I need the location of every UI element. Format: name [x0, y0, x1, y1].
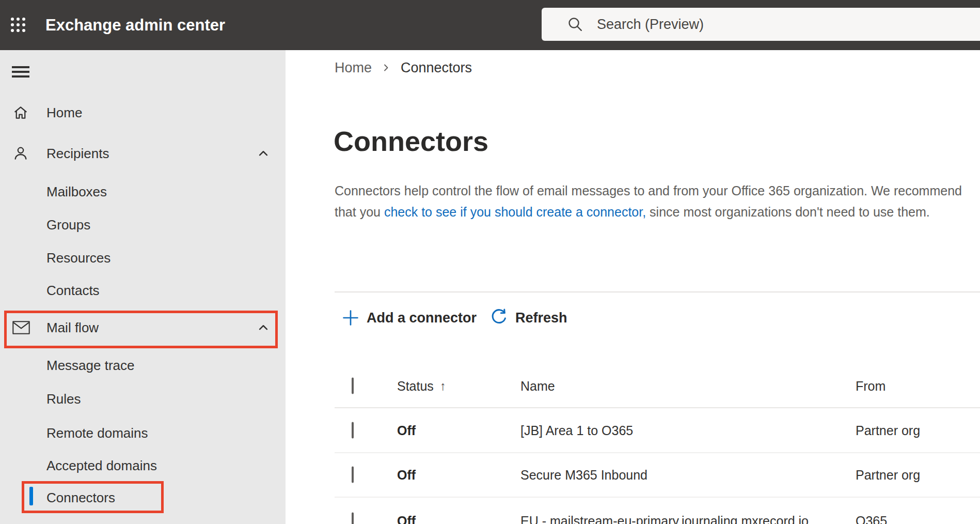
- row-checkbox[interactable]: [352, 422, 354, 438]
- column-header-from[interactable]: From: [856, 378, 886, 393]
- sidebar-item-label: Mailboxes: [46, 184, 107, 200]
- sidebar-item-recipients[interactable]: Recipients: [0, 139, 286, 168]
- sidebar-item-rules[interactable]: Rules: [0, 384, 286, 413]
- sidebar-item-message-trace[interactable]: Message trace: [0, 351, 286, 380]
- main-content: Home Connectors Connectors Connectors he…: [286, 50, 980, 524]
- search-icon: [567, 16, 583, 33]
- sidebar-item-label: Connectors: [46, 490, 115, 506]
- table-row[interactable]: Off Secure M365 Inbound Partner org: [335, 453, 980, 498]
- sidebar-item-label: Remote domains: [46, 425, 148, 441]
- home-icon: [12, 104, 29, 121]
- search-placeholder: Search (Preview): [597, 17, 704, 33]
- cell-name: [JB] Area 1 to O365: [520, 423, 633, 438]
- mail-icon: [12, 321, 30, 335]
- cell-name: EU - mailstream-eu-primary.journaling.mx…: [520, 514, 809, 524]
- sidebar-item-label: Accepted domains: [46, 458, 157, 474]
- cell-status: Off: [397, 423, 416, 438]
- cell-from: O365: [856, 514, 887, 524]
- add-connector-button[interactable]: Add a connector: [342, 301, 477, 334]
- add-connector-label: Add a connector: [367, 310, 477, 326]
- refresh-button[interactable]: Refresh: [489, 301, 567, 334]
- sidebar-item-label: Mail flow: [46, 320, 99, 336]
- sidebar-item-label: Groups: [46, 217, 90, 233]
- top-bar: Exchange admin center Search (Preview): [0, 0, 980, 50]
- page-description: Connectors help control the flow of emai…: [335, 180, 970, 223]
- refresh-icon: [489, 309, 508, 327]
- table-row[interactable]: Off [JB] Area 1 to O365 Partner org: [335, 408, 980, 453]
- column-header-status[interactable]: Status ↑: [397, 378, 446, 393]
- cell-status: Off: [397, 514, 416, 524]
- breadcrumb-current: Connectors: [401, 59, 472, 76]
- person-icon: [12, 145, 29, 162]
- sidebar-item-connectors[interactable]: Connectors: [0, 483, 286, 512]
- app-launcher-icon[interactable]: [9, 16, 27, 34]
- sidebar-item-mailboxes[interactable]: Mailboxes: [0, 177, 286, 206]
- sort-ascending-icon: ↑: [440, 379, 446, 393]
- hamburger-menu-icon[interactable]: [12, 66, 29, 78]
- sidebar-item-contacts[interactable]: Contacts: [0, 276, 286, 305]
- page-title: Connectors: [334, 126, 488, 156]
- cell-from: Partner org: [856, 423, 920, 438]
- select-all-checkbox[interactable]: [352, 377, 354, 394]
- description-text: since most organizations don't need to u…: [646, 205, 930, 219]
- sidebar-item-mail-flow[interactable]: Mail flow: [0, 313, 286, 342]
- sidebar-item-home[interactable]: Home: [0, 98, 286, 127]
- table-row[interactable]: Off EU - mailstream-eu-primary.journalin…: [335, 498, 980, 524]
- command-bar: Add a connector Refresh: [335, 301, 980, 334]
- sidebar-item-label: Home: [46, 105, 82, 121]
- sidebar-item-remote-domains[interactable]: Remote domains: [0, 419, 286, 448]
- cell-status: Off: [397, 468, 416, 483]
- create-connector-check-link[interactable]: check to see if you should create a conn…: [384, 205, 646, 219]
- table-header-row: Status ↑ Name From: [335, 364, 980, 408]
- app-title: Exchange admin center: [45, 0, 225, 50]
- sidebar-item-label: Contacts: [46, 283, 100, 299]
- row-checkbox[interactable]: [352, 513, 354, 524]
- sidebar-item-label: Rules: [46, 391, 81, 407]
- plus-icon: [342, 309, 359, 327]
- cell-from: Partner org: [856, 468, 920, 483]
- sidebar-item-groups[interactable]: Groups: [0, 210, 286, 239]
- breadcrumb-home-link[interactable]: Home: [335, 59, 372, 76]
- left-nav: Home Recipients Mailboxes Groups Resourc…: [0, 50, 286, 524]
- refresh-label: Refresh: [515, 310, 567, 326]
- search-input[interactable]: Search (Preview): [542, 8, 980, 41]
- cell-name: Secure M365 Inbound: [520, 468, 647, 483]
- selected-item-indicator: [29, 487, 33, 505]
- sidebar-item-label: Resources: [46, 250, 110, 266]
- sidebar-item-resources[interactable]: Resources: [0, 243, 286, 272]
- toolbar-divider: [335, 291, 980, 292]
- sidebar-item-label: Recipients: [46, 146, 109, 162]
- sidebar-item-label: Message trace: [46, 358, 135, 374]
- column-header-label: Status: [397, 378, 434, 393]
- chevron-right-icon: [380, 61, 392, 74]
- breadcrumb: Home Connectors: [335, 59, 472, 76]
- sidebar-item-accepted-domains[interactable]: Accepted domains: [0, 451, 286, 480]
- chevron-up-icon[interactable]: [256, 320, 271, 335]
- column-header-name[interactable]: Name: [520, 378, 555, 393]
- chevron-up-icon[interactable]: [256, 146, 271, 161]
- row-checkbox[interactable]: [352, 467, 354, 483]
